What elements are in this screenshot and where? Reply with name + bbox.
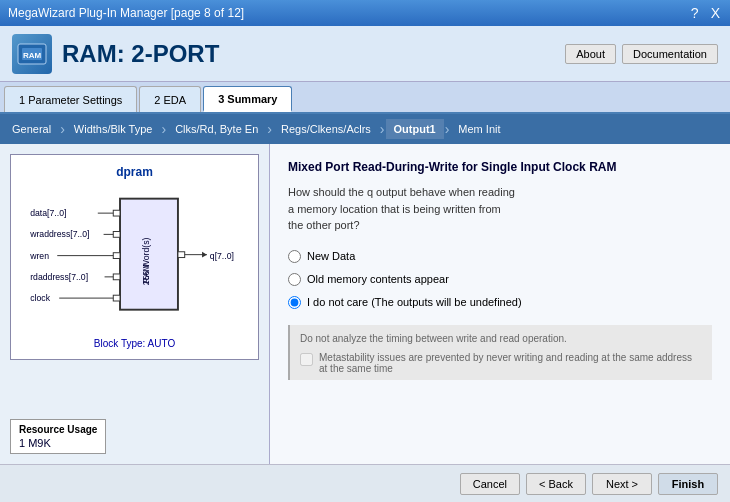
breadcrumb-output1[interactable]: Output1: [386, 119, 444, 139]
section-description: How should the q output behave when read…: [288, 184, 712, 234]
radio-new-data[interactable]: [288, 250, 301, 263]
breadcrumb-arrow-3: ›: [267, 121, 272, 137]
metastability-checkbox[interactable]: [300, 353, 313, 366]
svg-rect-29: [178, 252, 185, 258]
tabs-row: 1 Parameter Settings 2 EDA 3 Summary: [0, 82, 730, 114]
resource-value: 1 M9K: [19, 437, 97, 449]
section-title: Mixed Port Read-During-Write for Single …: [288, 160, 712, 174]
radio-group: New Data Old memory contents appear I do…: [288, 250, 712, 309]
svg-rect-24: [113, 210, 120, 216]
window-title: MegaWizard Plug-In Manager [page 8 of 12…: [8, 6, 244, 20]
about-button[interactable]: About: [565, 44, 616, 64]
breadcrumb-bar: General › Widths/Blk Type › Clks/Rd, Byt…: [0, 114, 730, 144]
window-controls: ? X: [689, 5, 722, 21]
breadcrumb-widths[interactable]: Widths/Blk Type: [66, 119, 161, 139]
option-old-contents[interactable]: Old memory contents appear: [288, 273, 712, 286]
checkbox-row: Metastability issues are prevented by ne…: [300, 352, 702, 374]
svg-rect-25: [113, 231, 120, 237]
block-type-label: Block Type: AUTO: [21, 338, 248, 349]
cancel-button[interactable]: Cancel: [460, 473, 520, 495]
svg-text:RAM: RAM: [23, 51, 42, 60]
diagram-svg: 256 Word(s) RAM data[7..0] wraddress[7..…: [21, 189, 248, 329]
resource-box: Resource Usage 1 M9K: [10, 419, 106, 454]
back-button[interactable]: < Back: [526, 473, 586, 495]
page-title: RAM: 2-PORT: [62, 40, 219, 68]
svg-rect-26: [113, 253, 120, 259]
next-button[interactable]: Next >: [592, 473, 652, 495]
breadcrumb-arrow-2: ›: [161, 121, 166, 137]
header-left: RAM RAM: 2-PORT: [12, 34, 219, 74]
tab-param-settings[interactable]: 1 Parameter Settings: [4, 86, 137, 112]
svg-text:q[7..0]: q[7..0]: [210, 251, 234, 261]
help-button[interactable]: ?: [689, 5, 701, 21]
breadcrumb-clks[interactable]: Clks/Rd, Byte En: [167, 119, 266, 139]
breadcrumb-arrow-5: ›: [445, 121, 450, 137]
svg-text:wren: wren: [29, 251, 49, 261]
resource-title: Resource Usage: [19, 424, 97, 435]
header: RAM RAM: 2-PORT About Documentation: [0, 26, 730, 82]
svg-text:wraddress[7..0]: wraddress[7..0]: [29, 229, 89, 239]
close-button[interactable]: X: [709, 5, 722, 21]
svg-text:data[7..0]: data[7..0]: [30, 208, 66, 218]
note-line1: Do not analyze the timing between write …: [300, 331, 702, 346]
option-dont-care[interactable]: I do not care (The outputs will be undef…: [288, 296, 712, 309]
main-content: dpram 256 Word(s) RAM data[7..0] wraddre…: [0, 144, 730, 464]
tab-summary[interactable]: 3 Summary: [203, 86, 292, 112]
breadcrumb-arrow-4: ›: [380, 121, 385, 137]
tab-eda[interactable]: 2 EDA: [139, 86, 201, 112]
breadcrumb-regs[interactable]: Regs/Clkens/Aclrs: [273, 119, 379, 139]
finish-button[interactable]: Finish: [658, 473, 718, 495]
bottom-bar: Cancel < Back Next > Finish: [0, 464, 730, 502]
breadcrumb-meminit[interactable]: Mem Init: [450, 119, 508, 139]
note-box: Do not analyze the timing between write …: [288, 325, 712, 380]
radio-dont-care[interactable]: [288, 296, 301, 309]
header-buttons: About Documentation: [565, 44, 718, 64]
svg-rect-27: [113, 274, 120, 280]
breadcrumb-general[interactable]: General: [4, 119, 59, 139]
svg-marker-22: [202, 252, 207, 258]
diagram-title: dpram: [21, 165, 248, 179]
svg-text:rdaddress[7..0]: rdaddress[7..0]: [30, 272, 88, 282]
option-new-data[interactable]: New Data: [288, 250, 712, 263]
ram-icon: RAM: [12, 34, 52, 74]
svg-rect-28: [113, 295, 120, 301]
title-bar: MegaWizard Plug-In Manager [page 8 of 12…: [0, 0, 730, 26]
diagram-box: dpram 256 Word(s) RAM data[7..0] wraddre…: [10, 154, 259, 360]
radio-old-contents[interactable]: [288, 273, 301, 286]
svg-text:RAM: RAM: [141, 264, 151, 283]
right-panel: Mixed Port Read-During-Write for Single …: [270, 144, 730, 464]
documentation-button[interactable]: Documentation: [622, 44, 718, 64]
breadcrumb-arrow-1: ›: [60, 121, 65, 137]
left-panel: dpram 256 Word(s) RAM data[7..0] wraddre…: [0, 144, 270, 464]
svg-text:clock: clock: [30, 293, 50, 303]
